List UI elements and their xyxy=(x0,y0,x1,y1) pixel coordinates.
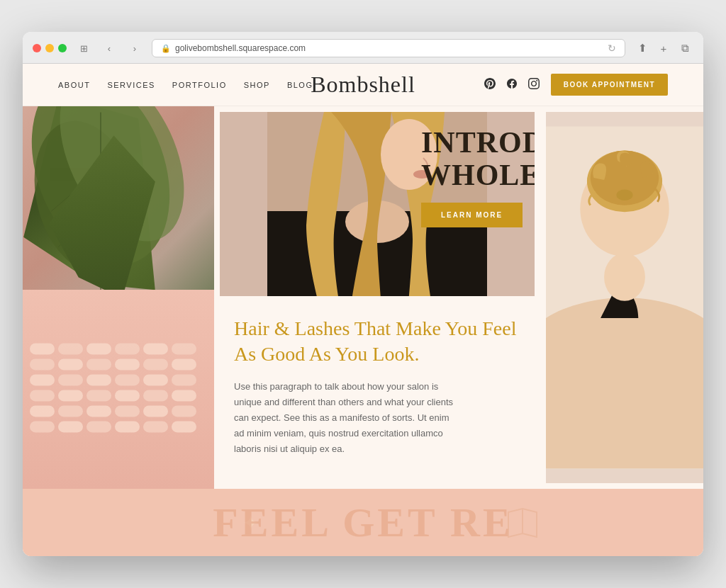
learn-more-button[interactable]: LEARN MORE xyxy=(421,203,523,227)
svg-rect-32 xyxy=(58,406,83,417)
maximize-button[interactable] xyxy=(58,44,67,52)
hero-subtitle: Hair & Lashes That Make You Feel As Good… xyxy=(234,316,520,368)
svg-rect-27 xyxy=(86,390,111,402)
svg-rect-13 xyxy=(30,359,55,371)
svg-rect-20 xyxy=(58,375,83,386)
svg-rect-17 xyxy=(143,359,168,371)
nav-link-services[interactable]: SERVICES xyxy=(107,81,155,89)
svg-rect-26 xyxy=(58,390,83,402)
nav-link-shop[interactable]: SHOP xyxy=(244,81,270,89)
svg-rect-41 xyxy=(143,422,168,433)
updo-svg xyxy=(546,112,703,483)
leaf-svg xyxy=(23,106,214,317)
svg-rect-42 xyxy=(172,422,196,433)
url-text: golivebombshell.squarespace.com xyxy=(175,43,306,53)
svg-rect-29 xyxy=(143,390,168,402)
svg-rect-25 xyxy=(30,390,55,402)
svg-rect-15 xyxy=(86,359,111,371)
svg-rect-24 xyxy=(172,375,196,386)
svg-rect-19 xyxy=(30,375,55,386)
pills-area xyxy=(23,290,214,489)
lock-icon: 🔒 xyxy=(161,44,171,53)
traffic-lights xyxy=(33,44,67,52)
new-tab-button[interactable]: + xyxy=(655,40,672,57)
browser-actions: ⬆ + ⧉ xyxy=(634,40,693,57)
headline-line2: WHOLE xyxy=(421,159,535,191)
svg-rect-9 xyxy=(86,344,111,355)
nav-link-blog[interactable]: BLOG xyxy=(287,81,313,89)
site-logo[interactable]: Bombshell xyxy=(311,72,415,98)
navigation: ABOUT SERVICES PORTFOLIO SHOP BLOG Bombs… xyxy=(23,64,703,106)
minimize-button[interactable] xyxy=(45,44,54,52)
hero-center-text: Hair & Lashes That Make You Feel As Good… xyxy=(214,296,540,471)
nav-left: ABOUT SERVICES PORTFOLIO SHOP BLOG xyxy=(58,81,313,89)
svg-rect-33 xyxy=(86,406,111,417)
svg-rect-16 xyxy=(115,359,140,371)
hero-center: INTRODUCING A WHOLE NEW YOU LEARN MORE H… xyxy=(214,106,540,489)
share-button[interactable]: ⬆ xyxy=(634,40,651,57)
address-bar[interactable]: 🔒 golivebombshell.squarespace.com ↻ xyxy=(152,39,625,57)
hero-body-text: Use this paragraph to talk about how you… xyxy=(234,379,461,457)
svg-rect-36 xyxy=(172,406,196,417)
svg-rect-14 xyxy=(58,359,83,371)
nav-link-about[interactable]: ABOUT xyxy=(58,81,90,89)
svg-point-54 xyxy=(616,189,632,200)
hero-headline: INTRODUCING A WHOLE NEW YOU LEARN MORE xyxy=(421,126,535,227)
back-button[interactable]: ‹ xyxy=(101,40,118,57)
svg-rect-40 xyxy=(115,422,140,433)
svg-rect-18 xyxy=(172,359,196,371)
svg-rect-28 xyxy=(115,390,140,402)
banner-text: FEEL GET RE xyxy=(213,499,513,545)
svg-rect-37 xyxy=(30,422,55,433)
hero-woman-image: INTRODUCING A WHOLE NEW YOU LEARN MORE xyxy=(220,112,535,296)
browser-window: ⊞ ‹ › 🔒 golivebombshell.squarespace.com … xyxy=(23,32,703,556)
svg-rect-31 xyxy=(30,406,55,417)
svg-line-6 xyxy=(58,212,101,247)
svg-rect-11 xyxy=(143,344,168,355)
svg-rect-12 xyxy=(172,344,196,355)
pills-svg xyxy=(23,290,214,489)
bottom-banner-text: FEEL GET RE xyxy=(213,499,513,546)
sidebar-toggle-button[interactable]: ⊞ xyxy=(75,40,92,57)
svg-rect-7 xyxy=(30,344,55,355)
website-content: ABOUT SERVICES PORTFOLIO SHOP BLOG Bombs… xyxy=(23,64,703,556)
svg-rect-23 xyxy=(143,375,168,386)
svg-rect-8 xyxy=(58,344,83,355)
instagram-icon[interactable] xyxy=(528,78,540,91)
reload-icon[interactable]: ↻ xyxy=(608,43,616,54)
book-icon xyxy=(505,505,540,541)
browser-chrome: ⊞ ‹ › 🔒 golivebombshell.squarespace.com … xyxy=(23,32,703,64)
svg-rect-10 xyxy=(115,344,140,355)
headline-text: INTRODUCING A WHOLE NEW YOU xyxy=(421,126,535,191)
svg-rect-22 xyxy=(115,375,140,386)
facebook-icon[interactable] xyxy=(507,78,517,91)
svg-line-5 xyxy=(101,191,143,226)
svg-rect-34 xyxy=(115,406,140,417)
hero-left-image xyxy=(23,106,214,489)
svg-rect-39 xyxy=(86,422,111,433)
tabs-button[interactable]: ⧉ xyxy=(676,40,693,57)
svg-rect-30 xyxy=(172,390,196,402)
hero-section: INTRODUCING A WHOLE NEW YOU LEARN MORE H… xyxy=(23,106,703,489)
nav-right: BOOK APPOINTMENT xyxy=(484,74,668,96)
svg-rect-38 xyxy=(58,422,83,433)
svg-point-50 xyxy=(604,253,645,301)
headline-line1: INTRODUCING A xyxy=(421,126,535,159)
nav-link-portfolio[interactable]: PORTFOLIO xyxy=(172,81,227,89)
close-button[interactable] xyxy=(33,44,41,52)
pinterest-icon[interactable] xyxy=(484,78,496,91)
svg-rect-21 xyxy=(86,375,111,386)
hero-right-image xyxy=(546,112,703,483)
forward-button[interactable]: › xyxy=(126,40,143,57)
book-appointment-button[interactable]: BOOK APPOINTMENT xyxy=(551,74,668,96)
bottom-banner: ✦ FEEL GET RE xyxy=(23,489,703,556)
svg-rect-35 xyxy=(143,406,168,417)
